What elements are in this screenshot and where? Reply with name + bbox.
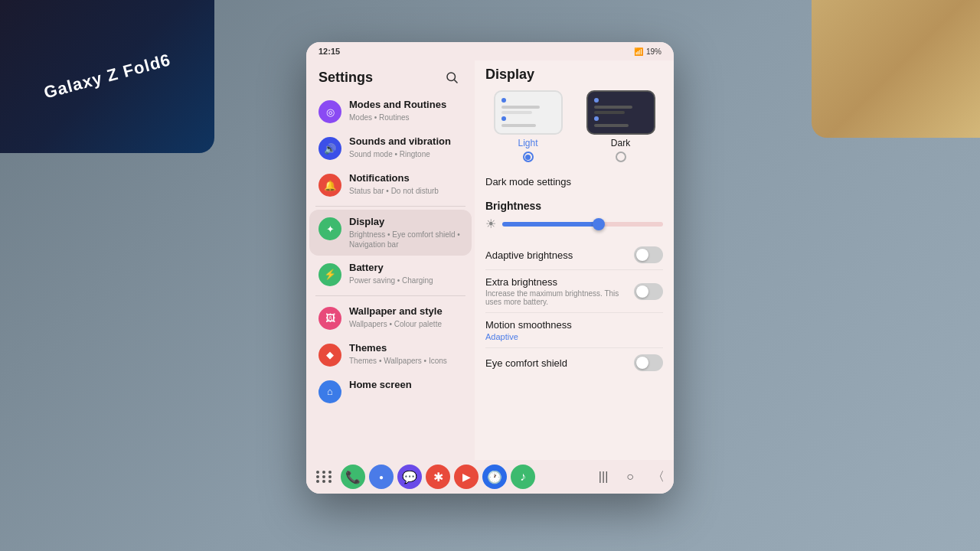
light-line1 [501,106,540,109]
main-content: Settings ◎ Modes and Routines M [306,60,674,460]
dark-line3 [594,124,629,127]
dark-mode-settings-row[interactable]: Dark mode settings [485,173,663,191]
settings-header: Settings [306,60,475,93]
sounds-text: Sounds and vibration Sound mode • Ringto… [349,135,462,159]
youtube-icon: ▶ [462,471,471,483]
app-youtube[interactable]: ▶ [454,465,479,489]
motion-smoothness-title: Motion smoothness [485,319,572,331]
nav-home-button[interactable]: ○ [623,467,637,487]
nav-back-button[interactable]: 〈 [649,466,668,488]
battery-title: Battery [349,262,462,275]
app-clock[interactable]: 🕐 [482,465,507,489]
sounds-subtitle: Sound mode • Ringtone [349,149,462,159]
notifications-text: Notifications Status bar • Do not distur… [349,172,462,196]
home-title: Home screen [349,379,462,392]
wood-decoration [812,0,980,138]
wallpaper-subtitle: Wallpapers • Colour palette [349,319,462,329]
extra-brightness-subtitle: Increase the maximum brightness. This us… [485,289,634,306]
app-apps2[interactable]: ✱ [426,465,450,489]
dark-line2 [594,111,625,114]
extra-brightness-title: Extra brightness [485,276,634,288]
brightness-thumb[interactable] [593,218,605,230]
nav-buttons: ||| ○ 〈 [596,466,668,488]
settings-title: Settings [318,70,373,86]
brightness-slider[interactable] [502,222,663,227]
bottom-nav: 📞 ● 💬 ✱ ▶ 🕐 ♪ ||| ○ 〈 [306,460,674,494]
sidebar-item-modes[interactable]: ◎ Modes and Routines Modes • Routines [309,93,472,129]
search-button[interactable] [441,67,462,88]
brightness-label: Brightness [485,200,663,212]
app-phone[interactable]: 📞 [341,465,365,489]
dark-dot2 [594,116,599,121]
modes-subtitle: Modes • Routines [349,112,462,122]
adaptive-brightness-toggle[interactable] [634,246,663,263]
sidebar-item-wallpaper[interactable]: 🖼 Wallpaper and style Wallpapers • Colou… [309,299,472,336]
dots-app-icon: ● [379,473,384,481]
eye-comfort-left: Eye comfort shield [485,357,567,369]
settings-list: ◎ Modes and Routines Modes • Routines 🔊 … [306,93,475,460]
modes-text: Modes and Routines Modes • Routines [349,99,462,122]
display-text: Display Brightness • Eye comfort shield … [349,216,462,249]
app-grid-button[interactable] [312,465,337,489]
sounds-title: Sounds and vibration [349,135,462,148]
sidebar-item-themes[interactable]: ◆ Themes Themes • Wallpapers • Icons [309,336,472,373]
phone-app-icon: 📞 [345,470,361,484]
sidebar-item-home[interactable]: ⌂ Home screen [309,373,472,409]
grid-dots-icon [315,469,335,484]
eye-comfort-thumb [636,357,648,369]
motion-smoothness-row[interactable]: Motion smoothness Adaptive [485,313,663,348]
notifications-icon: 🔔 [318,174,341,197]
modes-title: Modes and Routines [349,99,462,112]
eye-comfort-row: Eye comfort shield [485,348,663,377]
battery-text: 19% [646,47,662,56]
galaxy-box-label: Galaxy Z Fold6 [41,50,172,103]
svg-line-1 [454,80,457,83]
themes-subtitle: Themes • Wallpapers • Icons [349,356,462,366]
wallpaper-title: Wallpaper and style [349,305,462,318]
extra-brightness-row: Extra brightness Increase the maximum br… [485,270,663,313]
app-chat[interactable]: 💬 [397,465,422,489]
dark-mode-settings-label: Dark mode settings [485,176,571,187]
extra-brightness-left: Extra brightness Increase the maximum br… [485,276,634,306]
sidebar-item-battery[interactable]: ⚡ Battery Power saving • Charging [309,256,472,292]
notifications-title: Notifications [349,172,462,185]
dark-dot [594,98,599,103]
motion-smoothness-left: Motion smoothness Adaptive [485,319,572,341]
sidebar-item-sounds[interactable]: 🔊 Sounds and vibration Sound mode • Ring… [309,129,472,166]
home-icon: ⌂ [318,380,341,403]
adaptive-brightness-title: Adaptive brightness [485,249,573,261]
sidebar-item-notifications[interactable]: 🔔 Notifications Status bar • Do not dist… [309,166,472,203]
extra-brightness-toggle[interactable] [634,283,663,300]
status-icons: 📶 19% [634,47,662,56]
chat-app-icon: 💬 [402,470,417,484]
motion-smoothness-value: Adaptive [485,332,572,341]
app-music[interactable]: ♪ [511,465,535,489]
clock-icon: 🕐 [487,470,502,484]
galaxy-box: Galaxy Z Fold6 [0,0,214,153]
nav-menu-button[interactable]: ||| [596,467,611,487]
themes-text: Themes Themes • Wallpapers • Icons [349,342,462,366]
brightness-sun-icon: ☀ [485,217,496,231]
dark-radio[interactable] [616,152,626,162]
battery-icon: ⚡ [318,263,341,286]
app-dock: 📞 ● 💬 ✱ ▶ 🕐 ♪ [312,465,535,489]
notifications-subtitle: Status bar • Do not disturb [349,186,462,196]
adaptive-brightness-row: Adaptive brightness [485,240,663,270]
theme-option-light[interactable]: Light [485,90,570,162]
battery-subtitle: Power saving • Charging [349,276,462,285]
status-bar: 12:15 📶 19% [306,42,674,60]
extra-brightness-thumb [636,285,648,298]
dark-line1 [594,106,632,109]
apps2-icon: ✱ [433,470,443,484]
light-radio-inner [525,155,531,160]
theme-option-dark[interactable]: Dark [578,90,663,162]
dark-preview [586,90,655,135]
music-icon: ♪ [520,470,526,484]
eye-comfort-toggle[interactable] [634,354,663,371]
sidebar-item-display[interactable]: ✦ Display Brightness • Eye comfort shiel… [309,210,472,256]
brightness-slider-row: ☀ [485,217,663,231]
light-dot2 [501,116,506,121]
app-dots[interactable]: ● [369,465,394,489]
light-radio[interactable] [523,152,534,162]
battery-text-wrap: Battery Power saving • Charging [349,262,462,285]
